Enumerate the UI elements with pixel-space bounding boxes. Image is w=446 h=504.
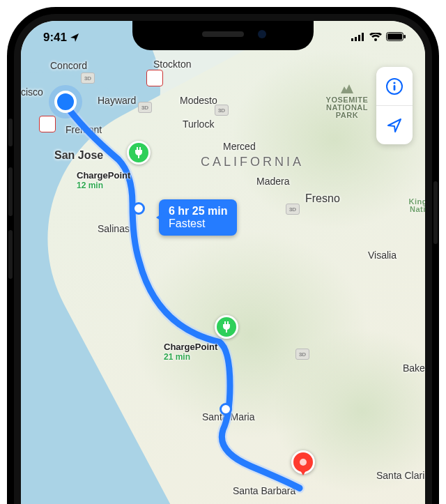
route-waypoint [132, 202, 145, 215]
pin-dot-icon [300, 459, 307, 466]
current-location-dot[interactable] [54, 91, 77, 113]
svg-rect-4 [355, 37, 357, 41]
map-info-button[interactable] [376, 67, 413, 105]
wifi-icon [369, 33, 382, 41]
destination-pin[interactable] [291, 450, 315, 474]
battery-icon [386, 32, 406, 41]
route-callout[interactable]: 6 hr 25 min Fastest [159, 199, 237, 236]
route-waypoint [220, 403, 232, 415]
location-arrow-icon [70, 33, 79, 43]
map-tracking-button[interactable] [376, 105, 413, 144]
info-icon [385, 77, 403, 96]
front-camera [258, 30, 266, 38]
map-controls-panel [376, 67, 413, 144]
charging-stop-pin[interactable] [215, 315, 238, 339]
speaker-grille [202, 31, 244, 37]
charging-stop-label: ChargePoint 12 min [77, 170, 130, 190]
svg-rect-9 [404, 35, 406, 38]
svg-rect-8 [387, 33, 402, 40]
svg-rect-2 [394, 85, 396, 91]
location-arrow-icon [386, 117, 403, 134]
svg-rect-5 [358, 35, 360, 41]
mute-switch [8, 119, 13, 146]
charging-stop-pin[interactable] [127, 141, 151, 165]
plug-icon [134, 147, 144, 158]
volume-down-button [8, 230, 13, 279]
svg-rect-3 [351, 38, 353, 41]
route-duration: 6 hr 25 min [169, 205, 227, 217]
map-canvas[interactable]: CALIFORNIA YOSEMITE NATIONAL PARK Kings … [21, 21, 425, 504]
status-time: 9:41 [43, 31, 67, 45]
plug-icon [222, 321, 231, 333]
volume-up-button [8, 167, 13, 216]
charging-stop-label: ChargePoint 21 min [164, 342, 217, 362]
svg-rect-6 [362, 33, 364, 41]
device-notch [132, 21, 314, 50]
screen: CALIFORNIA YOSEMITE NATIONAL PARK Kings … [21, 21, 425, 504]
side-button [433, 181, 438, 244]
route-note: Fastest [169, 217, 227, 230]
cellular-signal-icon [351, 33, 365, 41]
phone-frame: CALIFORNIA YOSEMITE NATIONAL PARK Kings … [7, 7, 439, 504]
svg-point-1 [393, 82, 395, 84]
